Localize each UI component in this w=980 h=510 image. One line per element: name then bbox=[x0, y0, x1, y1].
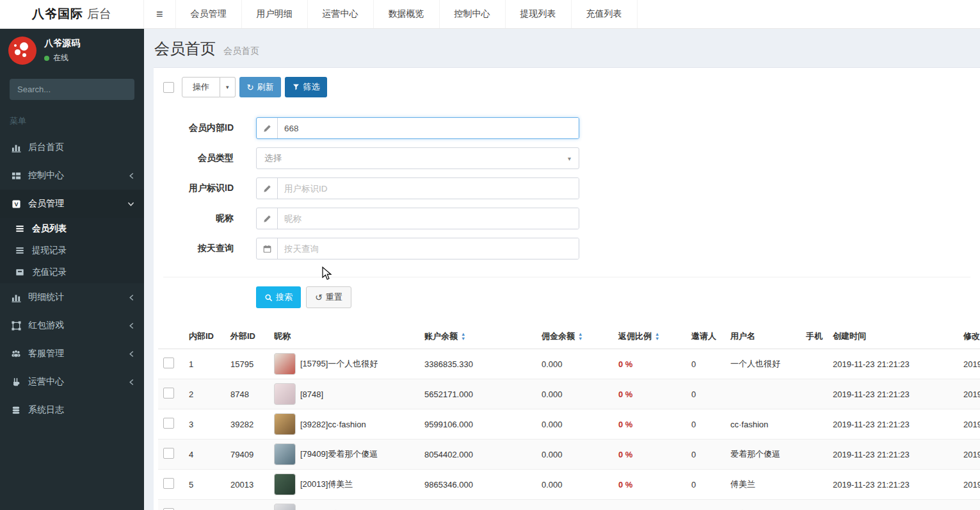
chevron-left-icon bbox=[129, 172, 134, 179]
cell-rebate: 0 % bbox=[613, 470, 686, 500]
sidebar-item-label: 系统日志 bbox=[28, 404, 64, 416]
nickname-cell: [8748] bbox=[274, 383, 414, 405]
nickname-cell: [4040]颖宝 bbox=[274, 504, 414, 510]
sidebar-item-提现记录[interactable]: 提现记录 bbox=[0, 240, 144, 261]
column-修改时间: 修改时间 bbox=[958, 324, 980, 349]
action-caret-button[interactable]: ▾ bbox=[220, 77, 236, 97]
cell-rebate: 0 % bbox=[613, 349, 686, 379]
cell-modified-time: 2019-1 bbox=[958, 440, 980, 470]
cell-index: 6 bbox=[184, 500, 225, 510]
avatar bbox=[8, 37, 36, 65]
column-佣金余额: 佣金余额▲▼ bbox=[536, 324, 613, 349]
users-icon bbox=[10, 349, 22, 359]
filter-row-4: 昵称 bbox=[163, 208, 970, 229]
refresh-icon: ↻ bbox=[247, 83, 254, 92]
cell-created-time: 2019-11-23 21:21:23 bbox=[828, 440, 958, 470]
sidebar-item-客服管理[interactable]: 客服管理 bbox=[0, 340, 144, 368]
filter-row-3: 用户标识ID bbox=[163, 177, 970, 199]
cell-balance: 1079812.000 bbox=[419, 500, 536, 510]
brand-light: 后台 bbox=[87, 6, 111, 22]
avatar bbox=[274, 473, 296, 495]
cell-username bbox=[725, 379, 801, 409]
search-input[interactable] bbox=[10, 85, 138, 94]
input-group bbox=[256, 208, 579, 229]
row-checkbox[interactable] bbox=[163, 448, 174, 459]
cell-nickname: [4040]颖宝 bbox=[269, 500, 419, 510]
filter-input-4[interactable] bbox=[278, 208, 579, 229]
column-邀请人: 邀请人 bbox=[686, 324, 725, 349]
sidebar-item-运营中心[interactable]: 运营中心 bbox=[0, 368, 144, 396]
cell-checkbox bbox=[158, 500, 184, 510]
archive-box-icon bbox=[13, 268, 26, 277]
sidebar-item-label: 明细统计 bbox=[28, 292, 64, 303]
avatar bbox=[274, 413, 296, 435]
sidebar-submenu: 会员列表提现记录充值记录 bbox=[0, 218, 144, 283]
database-icon bbox=[10, 406, 22, 415]
brand-bold: 八爷国际 bbox=[32, 6, 83, 22]
sidebar-item-系统日志[interactable]: 系统日志 bbox=[0, 396, 144, 424]
row-checkbox[interactable] bbox=[163, 418, 174, 429]
filter-input-1[interactable] bbox=[278, 118, 579, 138]
user-status: 在线 bbox=[44, 53, 80, 63]
svg-text:V: V bbox=[14, 201, 18, 207]
row-checkbox[interactable] bbox=[163, 358, 174, 368]
nickname-cell: [79409]爱着那个傻逼 bbox=[274, 443, 414, 465]
input-group bbox=[256, 177, 579, 199]
select-all-checkbox[interactable] bbox=[163, 82, 174, 93]
calendar-icon bbox=[257, 238, 278, 259]
search-submit-button[interactable]: 搜索 bbox=[256, 286, 301, 308]
sidebar-item-会员列表[interactable]: 会员列表 bbox=[0, 218, 144, 240]
brand-logo-text[interactable]: 八爷国际 后台 bbox=[0, 0, 144, 28]
cell-username: 一个人也很好 bbox=[725, 349, 801, 379]
cell-external-id: 20013 bbox=[225, 470, 269, 500]
cell-balance: 8054402.000 bbox=[419, 440, 536, 470]
sort-icon[interactable]: ▲▼ bbox=[655, 333, 659, 341]
topnav-item-3[interactable]: 运营中心 bbox=[308, 0, 374, 28]
reset-button[interactable]: ↺ 重置 bbox=[306, 286, 351, 308]
input-group bbox=[256, 117, 579, 139]
filter-input-3[interactable] bbox=[278, 178, 579, 199]
filter-row-5: 按天查询 bbox=[163, 238, 970, 259]
topnav-item-4[interactable]: 数据概览 bbox=[374, 0, 440, 28]
column-外部ID: 外部ID bbox=[225, 324, 269, 349]
nickname-text: [15795]一个人也很好 bbox=[300, 358, 378, 370]
filter-input-5[interactable] bbox=[278, 238, 579, 259]
sidebar-item-控制中心[interactable]: 控制中心 bbox=[0, 161, 144, 190]
cell-created-time: 2019-11-23 21:21:23 bbox=[828, 379, 958, 409]
sidebar-search bbox=[10, 79, 134, 100]
filter-button[interactable]: 筛选 bbox=[285, 77, 327, 97]
cell-rebate: 0 % bbox=[613, 500, 686, 510]
sidebar-item-充值记录[interactable]: 充值记录 bbox=[0, 261, 144, 283]
column-昵称: 昵称 bbox=[269, 324, 419, 349]
topnav-item-7[interactable]: 充值列表 bbox=[572, 0, 638, 28]
sidebar-item-明细统计[interactable]: 明细统计 bbox=[0, 283, 144, 311]
row-checkbox[interactable] bbox=[163, 388, 174, 399]
sidebar-item-后台首页[interactable]: 后台首页 bbox=[0, 133, 144, 161]
cell-inviter: 0 bbox=[686, 379, 725, 409]
sidebar-toggle-button[interactable]: ≡ bbox=[144, 0, 176, 28]
topnav-item-6[interactable]: 提现列表 bbox=[506, 0, 572, 28]
cell-commission: 0.000 bbox=[536, 379, 613, 409]
topnav-item-2[interactable]: 用户明细 bbox=[242, 0, 308, 28]
sidebar-item-会员管理[interactable]: V会员管理 bbox=[0, 190, 144, 218]
row-checkbox[interactable] bbox=[163, 478, 174, 489]
topnav-item-1[interactable]: 会员管理 bbox=[176, 0, 242, 28]
cell-nickname: [20013]傅美兰 bbox=[269, 470, 419, 500]
action-button[interactable]: 操作 bbox=[182, 77, 220, 97]
member-type-select[interactable]: 选择▾ bbox=[256, 147, 579, 169]
sort-icon[interactable]: ▲▼ bbox=[578, 333, 582, 341]
sort-icon[interactable]: ▲▼ bbox=[461, 333, 465, 341]
refresh-button[interactable]: ↻ 刷新 bbox=[239, 77, 282, 97]
input-group bbox=[256, 238, 579, 259]
sidebar-item-红包游戏[interactable]: 红包游戏 bbox=[0, 311, 144, 340]
topnav-item-5[interactable]: 控制中心 bbox=[440, 0, 506, 28]
cell-inviter: 0 bbox=[686, 500, 725, 510]
cell-checkbox bbox=[158, 379, 184, 409]
table-row: 115795[15795]一个人也很好3386835.3300.0000 %0一… bbox=[158, 349, 980, 379]
cell-rebate: 0 % bbox=[613, 440, 686, 470]
nickname-cell: [39282]cc·fashion bbox=[274, 413, 414, 435]
filter-label: 会员内部ID bbox=[163, 122, 234, 134]
sidebar-item-label: 充值记录 bbox=[32, 267, 67, 278]
avatar bbox=[274, 383, 296, 405]
cell-username: 傅美兰 bbox=[725, 470, 801, 500]
